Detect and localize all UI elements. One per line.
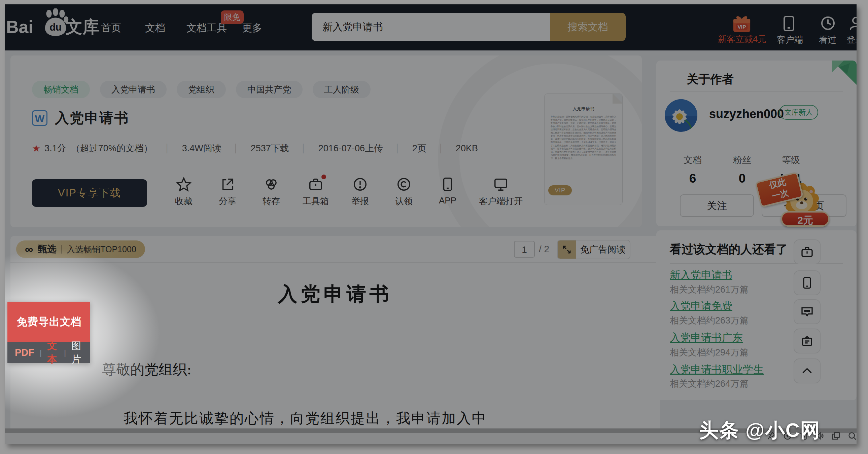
export-text-option[interactable]: 文本 [47,339,59,366]
export-widget-title[interactable]: 免费导出文档 [7,302,90,342]
toutiao-watermark: 头条 @小C网 [699,417,820,444]
browser-page: Bai du 文库 首页 文档 文档工具 更多 限免 新入党申请书 搜索文档 [5,4,857,444]
option-separator: | [64,348,66,357]
screenshot-root: { "colors":{"accent_gold":"#C9A35A","nav… [0,0,868,454]
option-separator: | [40,348,42,357]
export-format-bar: PDF | 文本 | 图片 [7,342,90,363]
free-export-widget[interactable]: 免费导出文档 PDF | 文本 | 图片 [7,302,90,363]
export-pdf-option[interactable]: PDF [15,347,34,358]
export-image-option[interactable]: 图片 [71,339,83,366]
